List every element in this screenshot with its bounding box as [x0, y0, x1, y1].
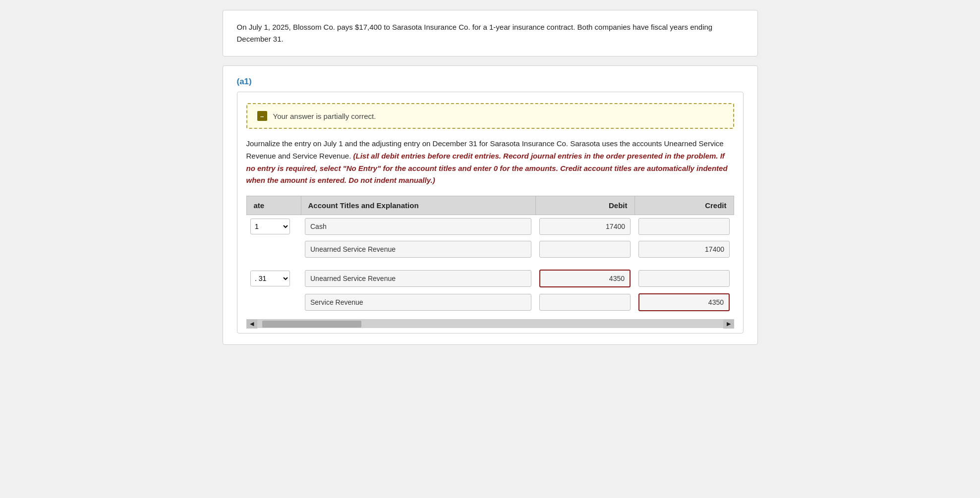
- header-debit: Debit: [535, 196, 634, 215]
- instruction-text: Journalize the entry on July 1 and the a…: [246, 138, 734, 187]
- debit-input-2[interactable]: [539, 241, 631, 258]
- date-select-1[interactable]: 1 Jul 1 Dec 31: [250, 219, 290, 234]
- debit-input-4[interactable]: [539, 294, 631, 311]
- section-label: (a1): [237, 77, 744, 87]
- header-account: Account Titles and Explanation: [301, 196, 535, 215]
- credit-input-4[interactable]: [638, 293, 730, 311]
- account-input-1[interactable]: [305, 218, 531, 235]
- account-input-4[interactable]: [305, 294, 531, 311]
- credit-input-2[interactable]: [638, 241, 730, 258]
- table-row: [246, 290, 734, 314]
- alert-icon: –: [257, 111, 267, 121]
- scroll-right-arrow[interactable]: ▶: [723, 320, 734, 329]
- date-select-2[interactable]: . 31 Jul 1 Dec 31: [250, 271, 290, 286]
- table-row: . 31 Jul 1 Dec 31: [246, 267, 734, 290]
- account-input-3[interactable]: [305, 270, 531, 287]
- debit-input-1[interactable]: [539, 218, 631, 235]
- header-date: ate: [246, 196, 301, 215]
- scroll-left-arrow[interactable]: ◀: [246, 320, 257, 329]
- header-credit: Credit: [634, 196, 734, 215]
- alert-box: – Your answer is partially correct.: [246, 103, 734, 129]
- debit-input-3[interactable]: [539, 270, 631, 287]
- intro-text: On July 1, 2025, Blossom Co. pays $17,40…: [237, 21, 744, 45]
- scroll-track[interactable]: [257, 320, 723, 328]
- scrollbar: ◀ ▶: [246, 319, 734, 328]
- credit-input-1[interactable]: [638, 218, 730, 235]
- credit-input-3[interactable]: [638, 270, 730, 287]
- alert-text: Your answer is partially correct.: [273, 112, 376, 120]
- scroll-thumb[interactable]: [262, 321, 361, 328]
- table-row: 1 Jul 1 Dec 31: [246, 215, 734, 238]
- account-input-2[interactable]: [305, 241, 531, 258]
- journal-table: ate Account Titles and Explanation Debit…: [246, 196, 734, 314]
- table-row: [246, 238, 734, 261]
